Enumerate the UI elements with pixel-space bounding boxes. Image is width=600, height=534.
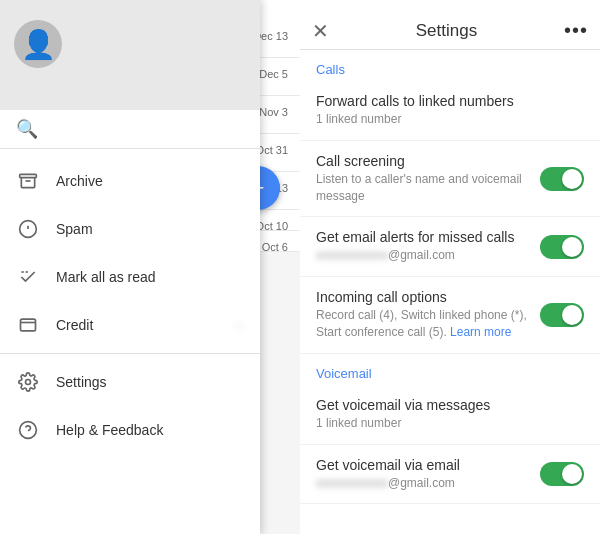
left-panel: 👤 74 ▾ Dec 13 line... Dec 5 117... Nov 3… — [0, 0, 300, 534]
settings-panel: ▌▌▌ AT&T Wi-Fi 12:59 PM ⚡ 68% ▓ ✕ Settin… — [300, 0, 600, 534]
learn-more-link[interactable]: Learn more — [450, 325, 511, 339]
voicemail-messages-title: Get voicemail via messages — [316, 397, 572, 413]
voicemail-messages-subtitle: 1 linked number — [316, 415, 572, 432]
sidebar-item-archive[interactable]: Archive — [0, 157, 260, 205]
voicemail-email-toggle[interactable] — [540, 462, 584, 486]
call-screening-title: Call screening — [316, 153, 528, 169]
drawer-header: 👤 — [0, 0, 260, 110]
voicemail-email-subtitle: xxxxxxxxxxxx@gmail.com — [316, 475, 528, 492]
settings-content: Calls Forward calls to linked numbers 1 … — [300, 50, 600, 534]
incoming-options-title: Incoming call options — [316, 289, 528, 305]
call-screening-toggle[interactable] — [540, 167, 584, 191]
voicemail-email-item[interactable]: Get voicemail via email xxxxxxxxxxxx@gma… — [300, 445, 600, 505]
help-icon — [16, 418, 40, 442]
page-title: Settings — [416, 21, 477, 41]
help-label: Help & Feedback — [56, 422, 244, 438]
call-screening-item[interactable]: Call screening Listen to a caller's name… — [300, 141, 600, 218]
voicemail-email-title: Get voicemail via email — [316, 457, 528, 473]
sidebar-item-settings[interactable]: Settings — [0, 358, 260, 406]
settings-icon — [16, 370, 40, 394]
search-icon[interactable]: 🔍 — [16, 119, 38, 139]
incoming-options-item[interactable]: Incoming call options Record call (4), S… — [300, 277, 600, 354]
mark-read-label: Mark all as read — [56, 269, 244, 285]
incoming-options-subtitle: Record call (4), Switch linked phone (*)… — [316, 307, 528, 341]
drawer-avatar[interactable]: 👤 — [14, 20, 62, 68]
drawer-menu: Archive Spam — [0, 149, 260, 462]
voicemail-section-header: Voicemail — [300, 354, 600, 385]
forward-calls-subtitle: 1 linked number — [316, 111, 572, 128]
credit-label: Credit — [56, 317, 234, 333]
divider — [0, 353, 260, 354]
forward-calls-title: Forward calls to linked numbers — [316, 93, 572, 109]
credit-badge: ··· — [234, 318, 244, 332]
sidebar-item-help[interactable]: Help & Feedback — [0, 406, 260, 454]
settings-header: ✕ Settings ••• — [300, 0, 600, 50]
navigation-drawer: 👤 🔍 Archive — [0, 0, 260, 534]
svg-rect-0 — [20, 174, 37, 177]
credit-icon — [16, 313, 40, 337]
email-alerts-toggle[interactable] — [540, 235, 584, 259]
archive-label: Archive — [56, 173, 244, 189]
archive-icon — [16, 169, 40, 193]
close-button[interactable]: ✕ — [312, 19, 329, 43]
calls-section-header: Calls — [300, 50, 600, 81]
sidebar-item-spam[interactable]: Spam — [0, 205, 260, 253]
sidebar-item-credit[interactable]: Credit ··· — [0, 301, 260, 349]
mark-read-icon — [16, 265, 40, 289]
call-screening-subtitle: Listen to a caller's name and voicemail … — [316, 171, 528, 205]
email-alerts-subtitle: xxxxxxxxxxxx@gmail.com — [316, 247, 528, 264]
sidebar-item-mark-all-read[interactable]: Mark all as read — [0, 253, 260, 301]
email-alerts-item[interactable]: Get email alerts for missed calls xxxxxx… — [300, 217, 600, 277]
svg-rect-5 — [21, 319, 36, 331]
spam-icon — [16, 217, 40, 241]
settings-label: Settings — [56, 374, 244, 390]
more-options-button[interactable]: ••• — [564, 19, 588, 42]
incoming-options-toggle[interactable] — [540, 303, 584, 327]
forward-calls-item[interactable]: Forward calls to linked numbers 1 linked… — [300, 81, 600, 141]
spam-label: Spam — [56, 221, 244, 237]
email-alerts-title: Get email alerts for missed calls — [316, 229, 528, 245]
voicemail-messages-item[interactable]: Get voicemail via messages 1 linked numb… — [300, 385, 600, 445]
svg-point-7 — [26, 380, 31, 385]
